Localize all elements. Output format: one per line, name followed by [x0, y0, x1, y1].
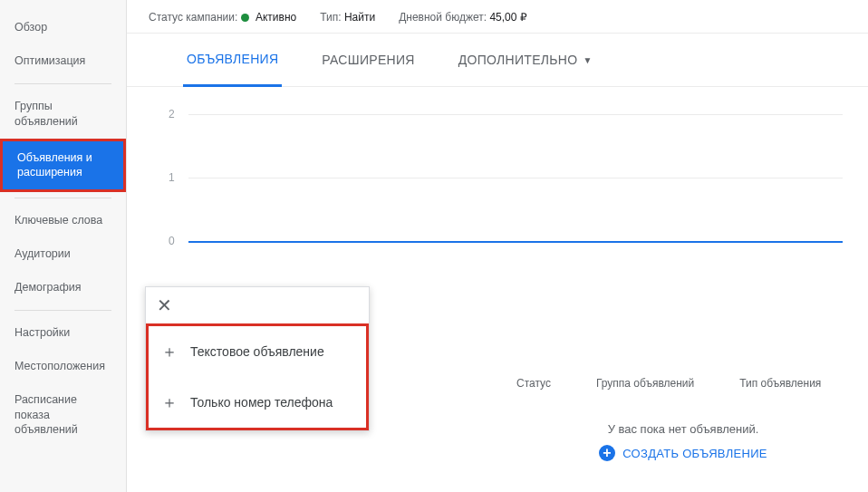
- type-value: Найти: [344, 11, 375, 24]
- empty-text: У вас пока нет объявлений.: [516, 422, 850, 436]
- sidebar-item-ads-extensions[interactable]: Объявления и расширения: [0, 139, 126, 193]
- x-axis-line: [188, 241, 843, 243]
- tab-ads[interactable]: ОБЪЯВЛЕНИЯ: [183, 34, 282, 87]
- y-tick-2: 2: [169, 108, 175, 121]
- tab-extensions[interactable]: РАСШИРЕНИЯ: [318, 34, 418, 86]
- sidebar-item-keywords[interactable]: Ключевые слова: [0, 204, 126, 237]
- sidebar-item-audiences[interactable]: Аудитории: [0, 237, 126, 271]
- budget-value: 45,00 ₽: [489, 11, 526, 24]
- divider: [14, 198, 111, 198]
- chevron-down-icon: ▼: [583, 55, 592, 65]
- y-tick-0: 0: [169, 235, 175, 247]
- sidebar-item-schedule[interactable]: Расписание показа объявлений: [0, 383, 126, 448]
- status-dot-icon: [241, 14, 249, 22]
- popup-item-call-only[interactable]: ＋ Только номер телефона: [149, 377, 366, 428]
- create-ad-label: СОЗДАТЬ ОБЪЯВЛЕНИЕ: [622, 447, 767, 460]
- y-tick-1: 1: [169, 171, 175, 184]
- empty-state: У вас пока нет объявлений. + СОЗДАТЬ ОБЪ…: [516, 422, 850, 461]
- gridline: [188, 178, 843, 178]
- add-ad-popup: ✕ ＋ Текстовое объявление ＋ Только номер …: [145, 286, 370, 431]
- status-label: Статус кампании:: [149, 11, 237, 24]
- col-group[interactable]: Группа объявлений: [596, 377, 694, 390]
- tab-more-label: ДОПОЛНИТЕЛЬНО: [458, 53, 578, 67]
- plus-icon: ＋: [161, 391, 178, 413]
- gridline: [188, 114, 843, 115]
- sidebar-item-locations[interactable]: Местоположения: [0, 350, 126, 383]
- sidebar-item-overview[interactable]: Обзор: [0, 11, 126, 44]
- sidebar-item-settings[interactable]: Настройки: [0, 316, 126, 350]
- status-value: Активно: [256, 11, 296, 24]
- popup-item-label: Текстовое объявление: [190, 344, 324, 359]
- sidebar-item-optimization[interactable]: Оптимизация: [0, 44, 126, 78]
- tabs: ОБЪЯВЛЕНИЯ РАСШИРЕНИЯ ДОПОЛНИТЕЛЬНО ▼: [127, 34, 868, 87]
- sidebar: Обзор Оптимизация Группы объявлений Объя…: [0, 0, 127, 492]
- plus-circle-icon: +: [599, 445, 615, 461]
- divider: [14, 83, 111, 84]
- col-status[interactable]: Статус: [516, 377, 551, 390]
- popup-item-text-ad[interactable]: ＋ Текстовое объявление: [149, 326, 366, 377]
- sidebar-item-ad-groups[interactable]: Группы объявлений: [0, 90, 126, 139]
- popup-item-label: Только номер телефона: [190, 395, 333, 410]
- close-button[interactable]: ✕: [146, 287, 369, 323]
- col-type[interactable]: Тип объявления: [739, 377, 821, 390]
- budget-label: Дневной бюджет:: [399, 11, 487, 24]
- sidebar-item-demographics[interactable]: Демография: [0, 271, 126, 304]
- campaign-type: Тип: Найти: [320, 11, 375, 24]
- tab-more[interactable]: ДОПОЛНИТЕЛЬНО ▼: [455, 34, 596, 86]
- campaign-header: Статус кампании: Активно Тип: Найти Днев…: [127, 0, 868, 34]
- create-ad-button[interactable]: + СОЗДАТЬ ОБЪЯВЛЕНИЕ: [599, 445, 767, 461]
- chart: 2 1 0: [127, 87, 868, 268]
- table-header: Статус Группа объявлений Тип объявления: [516, 377, 868, 399]
- campaign-budget: Дневной бюджет: 45,00 ₽: [399, 11, 527, 24]
- plus-icon: ＋: [161, 341, 178, 362]
- type-label: Тип:: [320, 11, 341, 24]
- campaign-status: Статус кампании: Активно: [149, 11, 296, 24]
- divider: [14, 310, 111, 311]
- close-icon: ✕: [157, 295, 172, 315]
